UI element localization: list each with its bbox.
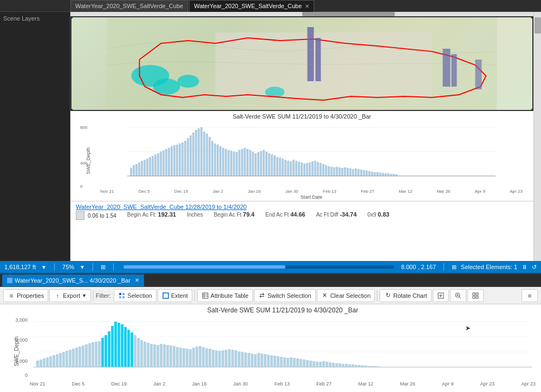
svg-rect-177	[163, 344, 166, 367]
svg-rect-118	[163, 293, 168, 298]
svg-rect-202	[244, 352, 247, 367]
bottom-tab-chart[interactable]: WaterYear_2020_SWE_S... 4/30/2020 _Bar ✕	[2, 275, 144, 286]
svg-rect-53	[236, 152, 238, 176]
export-button[interactable]: ↑ Export ▼	[49, 289, 91, 302]
begin-val2: 79.4	[243, 211, 255, 218]
full-extent-button[interactable]	[467, 289, 484, 302]
top-scrollbar[interactable]	[70, 12, 533, 16]
svg-rect-61	[257, 152, 259, 176]
svg-rect-114	[119, 293, 121, 295]
export-dropdown-arrow[interactable]: ▼	[82, 293, 87, 298]
map-handle-br[interactable]	[531, 109, 533, 111]
scale-dropdown[interactable]: ▼	[41, 264, 47, 270]
svg-rect-70	[282, 159, 284, 176]
extent-button[interactable]: Extent	[158, 289, 192, 302]
svg-rect-21	[149, 157, 151, 176]
svg-rect-35	[187, 138, 189, 176]
bx-tick-9: Mar 26	[400, 381, 415, 387]
svg-rect-58	[249, 150, 251, 176]
export-label: Export	[63, 292, 80, 299]
svg-rect-48	[222, 148, 224, 176]
svg-rect-169	[137, 338, 140, 367]
svg-rect-205	[254, 354, 257, 367]
svg-rect-82	[314, 161, 316, 176]
map-handle-tr[interactable]	[531, 16, 533, 18]
zoom-in-button[interactable]	[450, 289, 466, 302]
svg-rect-59	[252, 152, 254, 176]
svg-rect-43	[208, 137, 211, 176]
svg-rect-149	[72, 349, 75, 367]
tab-2[interactable]: WaterYear_2020_SWE_SaltVerde_Cube ✕	[189, 0, 314, 12]
map-handle-bl[interactable]	[70, 109, 73, 111]
tab-2-close[interactable]: ✕	[305, 3, 309, 9]
attribute-table-button[interactable]: Attribute Table	[197, 289, 253, 302]
svg-rect-54	[238, 150, 240, 176]
svg-rect-231	[338, 363, 341, 367]
svg-rect-26	[162, 151, 165, 176]
x-tick-1: Dec 5	[139, 189, 150, 194]
svg-rect-69	[279, 158, 281, 176]
svg-rect-51	[230, 151, 232, 176]
svg-rect-33	[181, 142, 184, 176]
svg-rect-56	[244, 148, 246, 176]
svg-rect-41	[203, 132, 205, 176]
svg-rect-155	[92, 342, 94, 367]
diff-val: -34.74	[340, 211, 356, 218]
rotate-chart-button[interactable]: ↻ Rotate Chart	[380, 289, 431, 302]
svg-rect-232	[342, 364, 344, 367]
sep4	[444, 263, 444, 271]
properties-button[interactable]: ≡ Properties	[3, 289, 48, 302]
selected-elements: Selected Elements: 1	[461, 264, 517, 270]
svg-rect-83	[317, 162, 319, 176]
svg-rect-185	[189, 349, 192, 367]
options-button[interactable]: ≡	[522, 289, 538, 302]
svg-rect-97	[355, 168, 357, 176]
horizontal-scrollbar[interactable]	[123, 265, 394, 269]
filter-label: Filter:	[96, 292, 111, 299]
svg-rect-99	[360, 169, 362, 176]
view-icon[interactable]: ⊞	[101, 264, 106, 271]
svg-rect-189	[202, 347, 205, 367]
svg-rect-15	[133, 165, 135, 176]
svg-rect-98	[357, 169, 360, 176]
switch-selection-button[interactable]: ⇄ Switch Selection	[254, 289, 316, 302]
range-label: 0.06 to 1.54	[88, 213, 116, 219]
selection-label: Selection	[127, 292, 152, 299]
bottom-tab-close[interactable]: ✕	[135, 277, 139, 283]
svg-rect-182	[179, 348, 182, 367]
svg-rect-18	[141, 161, 143, 176]
svg-rect-194	[218, 351, 221, 367]
svg-rect-22	[152, 156, 154, 176]
svg-rect-116	[119, 296, 121, 298]
info-link[interactable]: WaterYear_2020_SWE_SaltVerde_Cube 12/28/…	[76, 204, 246, 210]
x-tick-0: Nov 21	[100, 189, 114, 194]
zoom-dropdown[interactable]: ▼	[80, 264, 85, 270]
clear-selection-button[interactable]: ✕ Clear Selection	[317, 289, 375, 302]
map-handle-tl[interactable]	[70, 16, 73, 18]
svg-rect-96	[352, 169, 354, 176]
upper-x-axis: Nov 21 Dec 5 Dec 19 Jan 2 Jan 16 Jan 30 …	[100, 189, 523, 194]
svg-rect-171	[144, 342, 146, 367]
tab-1[interactable]: WaterYear_2020_SWE_SaltVerde_Cube	[70, 0, 188, 12]
selection-button[interactable]: Selection	[114, 289, 156, 302]
svg-rect-8	[443, 49, 451, 87]
svg-rect-39	[198, 128, 200, 176]
pause-btn[interactable]: ⏸	[522, 264, 527, 270]
bottom-chart-title: Salt-Verde SWE SUM 11/21/2019 to 4/30/20…	[30, 306, 536, 314]
sep1	[54, 263, 55, 271]
zoom-extent-button[interactable]	[433, 289, 449, 302]
svg-rect-40	[200, 127, 203, 176]
svg-rect-158	[101, 338, 104, 367]
x-tick-6: Feb 13	[323, 189, 336, 194]
svg-rect-105	[376, 172, 379, 176]
svg-rect-218	[296, 358, 299, 367]
svg-rect-132	[473, 296, 475, 298]
refresh-btn[interactable]: ↺	[532, 264, 537, 271]
zoom-display: 75%	[62, 264, 74, 270]
svg-rect-45	[214, 143, 216, 176]
scroll-thumb[interactable]	[535, 17, 541, 34]
svg-rect-68	[276, 157, 278, 176]
right-scrollbar[interactable]	[533, 12, 541, 261]
svg-rect-229	[332, 363, 335, 367]
svg-rect-150	[75, 348, 78, 367]
